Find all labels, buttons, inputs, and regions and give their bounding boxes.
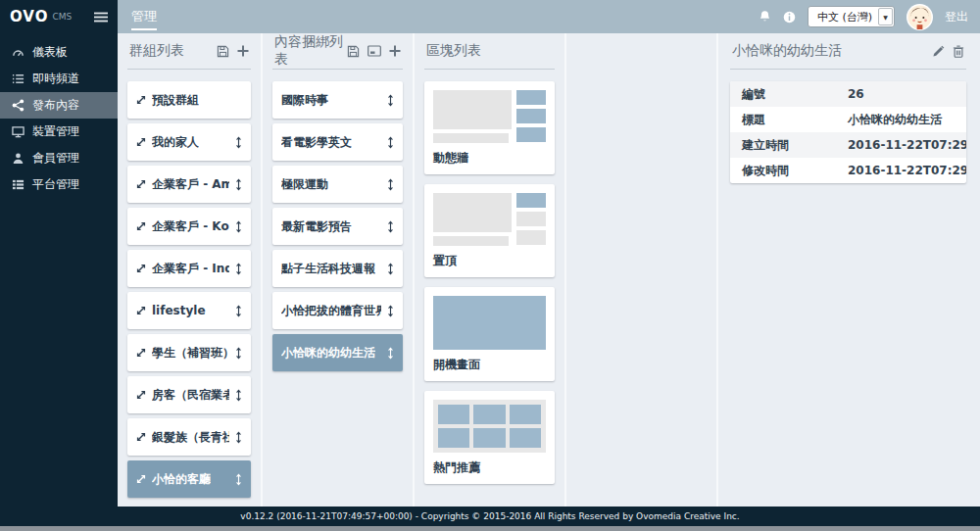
block-card-pinned[interactable]: 置頂 xyxy=(424,184,555,277)
language-select[interactable]: 中文 (台灣) ▼ xyxy=(808,6,895,27)
detail-title: 小恰咪的幼幼生活 xyxy=(732,42,842,60)
sort-handle-icon[interactable] xyxy=(235,263,242,275)
group-card[interactable]: 房客（民宿業者） xyxy=(127,376,251,413)
sort-handle-icon[interactable] xyxy=(387,305,394,317)
bundle-card-label: 國際時事 xyxy=(281,92,328,109)
sort-handle-icon[interactable] xyxy=(235,389,242,402)
block-card-feed[interactable]: 動態牆 xyxy=(424,81,555,174)
group-card[interactable]: 企業客戶 - India xyxy=(127,250,251,287)
add-icon[interactable] xyxy=(237,45,249,57)
expand-icon xyxy=(136,348,146,358)
bundle-card-label: 小恰咪的幼幼生活 xyxy=(281,345,375,362)
bundle-card[interactable]: 國際時事 xyxy=(272,81,403,119)
sidebar-item-member-management[interactable]: 會員管理 xyxy=(0,145,118,171)
group-card[interactable]: 學生（補習班） xyxy=(127,334,251,371)
detail-header: 小恰咪的幼幼生活 xyxy=(730,41,966,61)
block-card-label: 動態牆 xyxy=(433,150,546,167)
edit-icon[interactable] xyxy=(932,45,945,58)
detail-row-label: 編號 xyxy=(742,86,848,103)
add-icon[interactable] xyxy=(389,45,401,57)
sort-handle-icon[interactable] xyxy=(387,263,394,275)
divider xyxy=(730,69,966,70)
sidebar-item-label: 裝置管理 xyxy=(32,123,79,140)
panel-icon[interactable] xyxy=(368,45,381,57)
logout-button[interactable]: 登出 xyxy=(945,9,968,25)
sort-handle-icon[interactable] xyxy=(387,220,394,233)
bundle-card[interactable]: 極限運動 xyxy=(272,166,403,203)
group-card-label: 企業客戶 - America xyxy=(152,176,229,193)
sort-handle-icon[interactable] xyxy=(235,220,242,233)
sort-handle-icon[interactable] xyxy=(387,136,394,149)
sidebar-item-dashboard[interactable]: 儀表板 xyxy=(0,39,118,66)
bundle-card[interactable]: 點子生活科技週報 xyxy=(272,250,403,287)
group-card-label: 銀髮族（長青社區） xyxy=(152,429,229,446)
group-card-label: 我的家人 xyxy=(152,134,199,151)
expand-icon xyxy=(136,221,146,231)
block-card-label: 熱門推薦 xyxy=(433,459,546,476)
bundle-card-label: 看電影學英文 xyxy=(281,134,352,151)
bundle-card[interactable]: 看電影學英文 xyxy=(272,123,403,161)
sort-handle-icon[interactable] xyxy=(387,94,394,107)
save-icon[interactable] xyxy=(217,45,229,58)
sort-handle-icon[interactable] xyxy=(235,178,242,191)
detail-panel: 小恰咪的幼幼生活 編號 26 標題 小恰咪的幼幼生活 建立時間 xyxy=(718,33,978,507)
bundle-card[interactable]: 小恰把拔的體育世界 xyxy=(272,292,403,329)
save-icon[interactable] xyxy=(347,45,360,58)
detail-table: 編號 26 標題 小恰咪的幼幼生活 建立時間 2016-11-22T07:29:… xyxy=(730,81,966,183)
footer: v0.12.2 (2016-11-21T07:49:57+00:00) - Co… xyxy=(0,507,980,526)
sidebar-item-publish-content[interactable]: 發布內容 xyxy=(0,92,118,119)
group-card[interactable]: 企業客戶 - Korea xyxy=(127,208,251,245)
sidebar-item-live-channels[interactable]: 即時頻道 xyxy=(0,66,118,92)
sort-handle-icon[interactable] xyxy=(235,473,242,486)
sort-handle-icon[interactable] xyxy=(235,305,242,317)
detail-row: 建立時間 2016-11-22T07:29:04+08:00 xyxy=(730,132,966,158)
sort-handle-icon[interactable] xyxy=(235,347,242,360)
bundle-card-label: 小恰把拔的體育世界 xyxy=(281,303,381,319)
delete-icon[interactable] xyxy=(953,45,964,58)
sidebar-item-device-management[interactable]: 裝置管理 xyxy=(0,119,118,145)
bottom-strip xyxy=(0,526,980,531)
detail-row: 標題 小恰咪的幼幼生活 xyxy=(730,107,966,132)
bundle-card[interactable]: 最新電影預告 xyxy=(272,208,403,245)
group-card[interactable]: lifestyle xyxy=(127,292,251,329)
gauge-icon xyxy=(12,46,24,59)
sort-handle-icon[interactable] xyxy=(387,178,394,191)
avatar[interactable] xyxy=(906,4,933,30)
group-card-label: 小恰的客廳 xyxy=(152,471,211,488)
block-card-grid[interactable]: 熱門推薦 xyxy=(424,391,555,484)
block-card-fullscreen[interactable]: 開機畫面 xyxy=(424,287,555,381)
group-card-label: 企業客戶 - Korea xyxy=(152,218,229,235)
block-thumbnail xyxy=(433,90,546,143)
group-card[interactable]: 我的家人 xyxy=(127,123,251,161)
sort-handle-icon[interactable] xyxy=(387,347,394,360)
monitor-icon xyxy=(12,125,24,138)
sidebar-menu: 儀表板 即時頻道 發布內容 裝置管理 會員管理 平台管理 xyxy=(0,39,118,198)
group-card[interactable]: 小恰的客廳 xyxy=(127,460,251,498)
group-card[interactable]: 企業客戶 - America xyxy=(127,166,251,203)
block-thumbnail xyxy=(433,400,546,453)
hamburger-menu-icon[interactable] xyxy=(94,12,108,23)
topbar: 管理 中文 (台灣) ▼ 登出 xyxy=(118,0,980,33)
group-card[interactable]: 銀髮族（長青社區） xyxy=(127,418,251,456)
block-list-header: 區塊列表 xyxy=(424,41,555,61)
detail-row-label: 建立時間 xyxy=(742,137,848,154)
group-list-title: 群組列表 xyxy=(129,42,184,60)
bell-icon[interactable] xyxy=(759,10,771,24)
group-card[interactable]: 預設群組 xyxy=(127,81,251,119)
expand-icon xyxy=(136,474,146,484)
expand-icon xyxy=(136,264,146,273)
block-thumbnail xyxy=(433,296,546,350)
brand-suffix: CMS xyxy=(52,12,94,22)
expand-icon xyxy=(136,306,146,315)
footer-version-text: v0.12.2 (2016-11-21T07:49:57+00:00) - Co… xyxy=(240,511,739,521)
sidebar-item-platform-management[interactable]: 平台管理 xyxy=(0,171,118,198)
sort-handle-icon[interactable] xyxy=(235,431,242,444)
sort-handle-icon[interactable] xyxy=(235,136,242,149)
info-icon[interactable] xyxy=(783,11,796,24)
topbar-right: 中文 (台灣) ▼ 登出 xyxy=(759,4,980,30)
chevron-down-icon: ▼ xyxy=(878,8,893,25)
tab-management[interactable]: 管理 xyxy=(131,0,157,33)
brand: OVO CMS xyxy=(0,0,118,33)
bundle-card[interactable]: 小恰咪的幼幼生活 xyxy=(272,334,403,371)
block-card-label: 置頂 xyxy=(433,253,546,269)
